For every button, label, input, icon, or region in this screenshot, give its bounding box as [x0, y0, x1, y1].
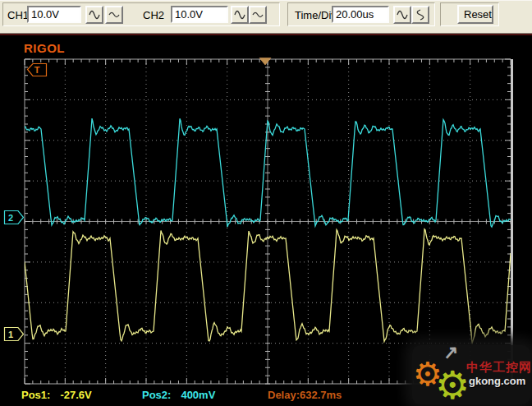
ch2-wave-large-button[interactable] [231, 6, 249, 24]
ch1-scale-input[interactable] [27, 6, 81, 23]
reset-button[interactable]: Reset [457, 5, 493, 24]
scope-display: RIGOL T 2 1 Pos1:-27.6V Pos2:40 [0, 34, 532, 406]
pos1-label: Pos1: [21, 389, 50, 401]
ch1-marker[interactable]: 1 [5, 328, 24, 341]
timediv-input[interactable] [332, 6, 389, 23]
oscilloscope-window: CH1 CH2 Time/Div [0, 0, 532, 406]
ch2-scale-input[interactable] [171, 6, 228, 23]
ch1-position-readout: Pos1:-27.6V [21, 389, 92, 401]
timebase-controls-group: Time/Div [287, 2, 435, 26]
watermark-site-text: gkong.com [469, 376, 525, 386]
gear-icon-green: ⚙ [435, 366, 470, 404]
small-sine-wave-icon [108, 9, 121, 21]
ch1-marker-label: 1 [8, 330, 13, 339]
sine-wave-icon [233, 9, 246, 21]
pos1-value: -27.6V [60, 389, 91, 401]
pos2-label: Pos2: [142, 389, 171, 401]
delay-value: 632.7ms [300, 389, 342, 401]
sine-wave-icon [88, 9, 101, 21]
ch2-marker[interactable]: 2 [5, 211, 24, 224]
ch2-wave-small-button[interactable] [249, 6, 267, 24]
reset-group: Reset [440, 2, 499, 26]
timediv-slow-button[interactable] [393, 6, 411, 24]
up-right-arrow-icon: ↗ [443, 343, 459, 362]
ch2-position-readout: Pos2:400mV [142, 389, 215, 401]
graticule [25, 59, 513, 384]
delay-label: Delay: [268, 389, 300, 401]
ch2-label: CH2 [143, 9, 164, 21]
gkong-watermark: ↗ ⚙ ⚙ 中华工控网 gkong.com [409, 344, 532, 406]
ch1-wave-large-button[interactable] [85, 6, 103, 24]
watermark-cn-text: 中华工控网 [466, 361, 532, 373]
pos2-value: 400mV [181, 389, 215, 401]
vertical-sine-wave-icon [414, 9, 427, 21]
delay-readout: Delay:632.7ms [268, 389, 342, 401]
ch1-label: CH1 [7, 9, 29, 21]
toolbar: CH1 CH2 Time/Div [0, 0, 532, 34]
timediv-fast-button[interactable] [411, 6, 429, 24]
trigger-level-marker[interactable]: T [28, 64, 47, 76]
channel-controls-group: CH1 CH2 [2, 2, 280, 26]
trigger-position-marker[interactable] [259, 58, 271, 66]
timediv-label: Time/Div [295, 9, 337, 21]
ch2-marker-label: 2 [8, 213, 13, 223]
small-sine-wave-icon [251, 9, 264, 21]
ch1-wave-small-button[interactable] [105, 6, 123, 24]
sine-wave-icon [396, 9, 409, 21]
trigger-marker-label: T [34, 65, 40, 75]
